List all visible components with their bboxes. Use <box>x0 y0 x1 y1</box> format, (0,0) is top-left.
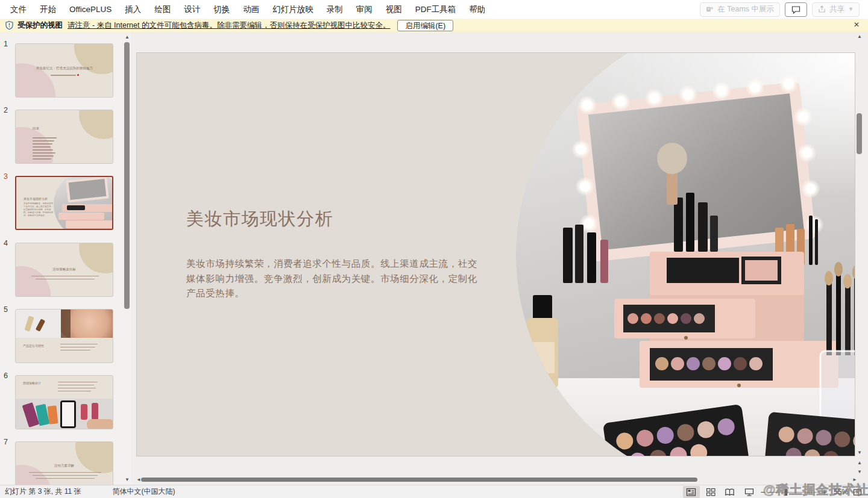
menu-item-draw[interactable]: 绘图 <box>148 0 177 19</box>
shield-icon <box>5 20 14 30</box>
mini-hair <box>61 310 71 338</box>
slide-thumbnail-3-selected[interactable]: 美妆市场现状分析 美妆市场持续繁荣，消费者追求个性与品质。线上渠道成主流，社交媒… <box>15 176 113 230</box>
slide-thumbnail-5[interactable]: 产品定位与特性 <box>15 309 113 363</box>
menu-item-transitions[interactable]: 切换 <box>207 0 236 19</box>
menu-items: 文件 开始 OfficePLUS 插入 绘图 设计 切换 动画 幻灯片放映 录制… <box>0 0 492 19</box>
thumbnail-6-photo <box>16 399 113 429</box>
status-bar-controls: − + 55% <box>681 485 865 498</box>
protected-view-banner: 受保护的视图 请注意 - 来自 Internet 的文件可能包含病毒。除非需要编… <box>0 19 868 32</box>
body-line <box>29 472 101 473</box>
vanity-photo-illustration <box>516 52 855 456</box>
reading-view-button[interactable] <box>722 486 738 498</box>
body-line <box>36 478 95 479</box>
banner-close-icon[interactable]: ✕ <box>854 20 860 29</box>
zoom-slider-thumb[interactable] <box>785 489 787 496</box>
mini-phone <box>60 400 76 428</box>
body-line <box>60 350 90 350</box>
menu-item-home[interactable]: 开始 <box>33 0 63 19</box>
editor-scroll-down-arrow[interactable]: ▼ <box>857 450 862 455</box>
menu-item-view[interactable]: 视图 <box>379 0 409 19</box>
chevron-down-icon: ▼ <box>848 6 854 12</box>
toc-line <box>33 137 57 139</box>
next-slide-button[interactable]: ▼ <box>857 470 862 475</box>
slide-canvas[interactable]: 美妆市场现状分析 美妆市场持续繁荣，消费者追求个性与品质。线上渠道成主流，社交媒… <box>136 52 855 456</box>
toc-line <box>33 158 51 160</box>
thumbnail-7-title: 活动方案详解 <box>54 464 74 468</box>
deco-circle <box>15 266 51 297</box>
zoom-out-button[interactable]: − <box>761 486 766 498</box>
slide-thumbnail-4[interactable]: 活动策略及目标 <box>15 243 113 297</box>
menu-item-pdf-toolbox[interactable]: PDF工具箱 <box>409 0 463 19</box>
normal-view-icon <box>686 488 696 497</box>
slide-thumbnail-6[interactable]: 营销策略设计 <box>15 375 113 429</box>
panel-scroll-down-arrow[interactable]: ▼ <box>125 478 130 482</box>
menu-item-animations[interactable]: 动画 <box>236 0 266 19</box>
hscrollbar-thumb[interactable] <box>141 478 697 482</box>
protected-view-message: 请注意 - 来自 Internet 的文件可能包含病毒。除非需要编辑，否则保持在… <box>68 20 390 31</box>
panel-scrollbar-thumb[interactable] <box>124 42 130 309</box>
mini-card <box>47 405 58 424</box>
mini-table <box>54 229 113 230</box>
comments-button[interactable] <box>785 2 807 17</box>
body-line <box>31 276 99 276</box>
mini-organizer <box>66 220 113 228</box>
menu-item-insert[interactable]: 插入 <box>118 0 148 19</box>
thumbnail-number-1: 1 <box>4 40 13 48</box>
mini-bottle <box>92 403 98 420</box>
fit-to-window-button[interactable] <box>852 488 863 497</box>
slide-thumbnail-1[interactable]: 美妆新纪元：打造无法抗拒的营销魔力 <box>15 43 113 98</box>
zoom-slider[interactable] <box>769 492 819 493</box>
previous-slide-button[interactable]: ▲ <box>857 461 862 465</box>
slideshow-icon <box>744 488 754 497</box>
present-in-teams-button[interactable]: 在 Teams 中展示 <box>700 2 780 17</box>
thumbnail-1-subtitle-line <box>51 75 76 76</box>
slide-thumbnail-7[interactable]: 活动方案详解 <box>15 441 113 485</box>
bullet-line <box>58 388 96 388</box>
slide-thumbnail-2[interactable]: 目录 <box>15 110 113 164</box>
eyeshadow-palette-right <box>763 412 855 456</box>
menu-item-slideshow[interactable]: 幻灯片放映 <box>266 0 320 19</box>
hscroll-right-arrow[interactable]: ► <box>852 478 857 482</box>
thumbnail-number-3: 3 <box>4 172 13 181</box>
menu-right-actions: 在 Teams 中展示 共享 ▼ <box>700 2 868 17</box>
mini-bottle <box>36 319 45 331</box>
toc-line <box>33 146 51 148</box>
editor-scrollbar-thumb[interactable] <box>857 113 862 154</box>
toc-line <box>33 152 55 154</box>
body-line <box>60 344 98 344</box>
thumbnail-1-title: 美妆新纪元：打造无法抗拒的营销魔力 <box>36 66 93 70</box>
normal-view-button[interactable] <box>683 486 700 498</box>
menu-item-design[interactable]: 设计 <box>177 0 207 19</box>
toc-line <box>33 155 54 157</box>
slideshow-button[interactable] <box>741 486 758 498</box>
slide-thumbnail-panel: 1 美妆新纪元：打造无法抗拒的营销魔力 2 目录 3 美妆市场现状分析 美妆市场… <box>0 32 131 485</box>
mini-organizer <box>58 213 104 220</box>
thumbnail-number-7: 7 <box>4 438 13 446</box>
thumbnail-number-4: 4 <box>4 239 13 247</box>
slide-title[interactable]: 美妆市场现状分析 <box>186 207 333 231</box>
menu-item-record[interactable]: 录制 <box>320 0 350 19</box>
slide-sorter-button[interactable] <box>702 486 719 498</box>
mini-bottle <box>24 316 34 332</box>
menu-item-file[interactable]: 文件 <box>4 0 33 19</box>
zoom-percentage[interactable]: 55% <box>834 488 848 496</box>
teams-button-label: 在 Teams 中展示 <box>717 4 774 14</box>
menu-item-officeplus[interactable]: OfficePLUS <box>63 0 118 19</box>
slide-photo-makeup-vanity[interactable] <box>516 52 855 456</box>
enable-editing-button[interactable]: 启用编辑(E) <box>397 20 453 31</box>
slide-body-text[interactable]: 美妆市场持续繁荣，消费者追求个性与品质。线上渠道成主流，社交媒体影响力增强。竞争… <box>186 257 483 301</box>
panel-scroll-up-arrow[interactable]: ▲ <box>125 35 130 40</box>
editor-scroll-up-arrow[interactable]: ▲ <box>857 34 862 39</box>
body-line <box>33 475 98 476</box>
menu-item-help[interactable]: 帮助 <box>462 0 492 19</box>
bullet-line <box>58 385 94 385</box>
menu-item-review[interactable]: 审阅 <box>350 0 379 19</box>
mini-hand <box>87 419 113 429</box>
slide-editor-area: 美妆市场现状分析 美妆市场持续繁荣，消费者追求个性与品质。线上渠道成主流，社交媒… <box>131 32 868 485</box>
deco-circle <box>75 441 113 473</box>
share-button[interactable]: 共享 ▼ <box>812 2 860 17</box>
zoom-in-button[interactable]: + <box>822 486 827 498</box>
language-indicator[interactable]: 简体中文(中国大陆) <box>112 487 175 497</box>
mini-products <box>16 310 61 338</box>
hscroll-left-arrow[interactable]: ◄ <box>136 478 141 482</box>
